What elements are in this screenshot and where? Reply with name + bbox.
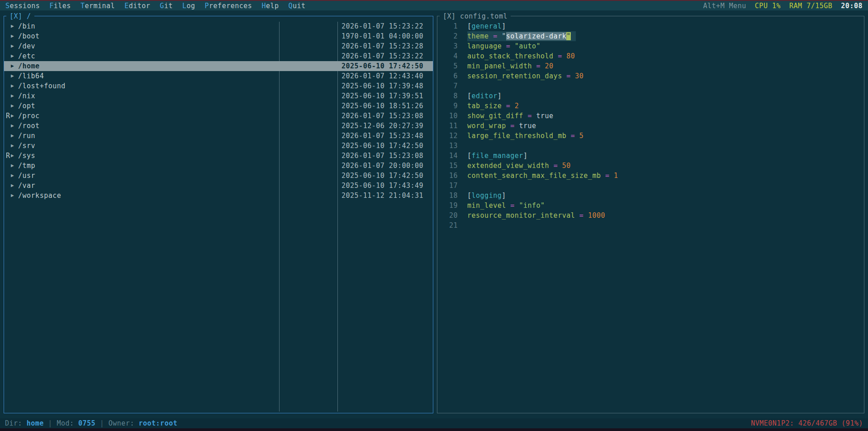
code-token: true — [519, 122, 536, 130]
menu-accel-letter: T — [81, 2, 85, 10]
expand-arrow-icon[interactable]: ▶ — [11, 21, 18, 31]
code-text: language = "auto" — [467, 41, 541, 51]
editor-line[interactable]: 1[general] — [437, 21, 864, 31]
editor-line[interactable]: 15extended_view_width = 50 — [437, 161, 864, 171]
editor-line[interactable]: 14[file_manager] — [437, 151, 864, 161]
code-token — [506, 122, 511, 130]
code-token — [510, 42, 515, 50]
expand-arrow-icon[interactable]: ▶ — [11, 141, 18, 151]
dir-name: /root — [18, 121, 342, 131]
menu-accel-letter: L — [182, 2, 187, 10]
dir-name: /boot — [18, 31, 342, 41]
modified-time: 2025-06-10 17:39:51 — [342, 91, 433, 101]
code-token: 1 — [614, 172, 618, 180]
expand-arrow-icon[interactable]: ▶ — [11, 171, 18, 181]
editor-line[interactable]: 21 — [437, 220, 864, 230]
menu-item-help[interactable]: Help — [261, 2, 279, 10]
file-row[interactable]: ▶/run2026-01-07 15:23:48 — [4, 131, 433, 141]
dir-name: /usr — [18, 171, 342, 181]
code-token — [562, 72, 567, 80]
file-row[interactable]: ▶/root2025-12-06 20:27:39 — [4, 121, 433, 131]
modified-time: 2025-11-12 21:04:31 — [342, 191, 433, 201]
menu-item-preferences[interactable]: Preferences — [205, 2, 252, 10]
line-number: 3 — [437, 41, 458, 51]
expand-arrow-icon[interactable]: ▶ — [11, 161, 18, 171]
menu-item-sessions[interactable]: Sessions — [5, 2, 40, 10]
file-row[interactable]: ▶/boot1970-01-01 04:00:00 — [4, 31, 433, 41]
code-token: = — [536, 62, 541, 70]
code-token: = — [558, 52, 562, 60]
expand-arrow-icon[interactable]: ▶ — [11, 111, 18, 121]
editor-line[interactable]: 17 — [437, 181, 864, 191]
code-token: 5 — [579, 132, 584, 140]
file-row[interactable]: ▶/workspace2025-11-12 21:04:31 — [4, 191, 433, 201]
file-row[interactable]: ▶/bin2026-01-07 15:23:22 — [4, 21, 433, 31]
bottom-edge-strip — [0, 428, 868, 431]
expand-arrow-icon[interactable]: ▶ — [11, 181, 18, 191]
file-row[interactable]: ▶/nix2025-06-10 17:39:51 — [4, 91, 433, 101]
menu-item-git[interactable]: Git — [160, 2, 173, 10]
editor-line[interactable]: 11word_wrap = true — [437, 121, 864, 131]
expand-arrow-icon[interactable]: ▶ — [11, 71, 18, 81]
readonly-flag — [6, 41, 11, 51]
editor-line[interactable]: 20resource_monitor_interval = 1000 — [437, 211, 864, 220]
expand-arrow-icon[interactable]: ▶ — [11, 191, 18, 201]
file-row[interactable]: ▶/var2025-06-10 17:43:49 — [4, 181, 433, 191]
editor-line[interactable]: 2theme = "solarized-dark" — [437, 31, 864, 41]
menu-item-log[interactable]: Log — [182, 2, 195, 10]
file-row[interactable]: ▶/etc2026-01-07 15:23:22 — [4, 51, 433, 61]
editor-line[interactable]: 6session_retention_days = 30 — [437, 71, 864, 81]
code-text: large_file_threshold_mb = 5 — [467, 131, 583, 141]
editor-line[interactable]: 12large_file_threshold_mb = 5 — [437, 131, 864, 141]
file-row[interactable]: ▶/home2025-06-10 17:42:50 — [4, 61, 433, 71]
file-row[interactable]: R▶/proc2026-01-07 15:23:08 — [4, 111, 433, 121]
expand-arrow-icon[interactable]: ▶ — [11, 61, 18, 71]
status-value: root:root — [138, 418, 177, 428]
editor-line[interactable]: 19min_level = "info" — [437, 201, 864, 211]
status-label: Mod: — [57, 418, 78, 428]
expand-arrow-icon[interactable]: ▶ — [11, 151, 18, 161]
file-row[interactable]: ▶/dev2026-01-07 15:23:28 — [4, 41, 433, 51]
expand-arrow-icon[interactable]: ▶ — [11, 131, 18, 141]
editor-line[interactable]: 3language = "auto" — [437, 41, 864, 51]
menu-item-editor[interactable]: Editor — [124, 2, 150, 10]
editor-line[interactable]: 8[editor] — [437, 91, 864, 101]
line-number: 9 — [437, 101, 458, 111]
editor-line[interactable]: 7 — [437, 81, 864, 91]
line-number: 13 — [437, 141, 458, 151]
menu-item-quit[interactable]: Quit — [289, 2, 306, 10]
line-number: 19 — [437, 201, 458, 211]
editor-line[interactable]: 18[logging] — [437, 191, 864, 201]
readonly-flag — [6, 61, 11, 71]
line-number: 15 — [437, 161, 458, 171]
readonly-flag — [6, 141, 11, 151]
editor-line[interactable]: 9tab_size = 2 — [437, 101, 864, 111]
editor-line[interactable]: 13 — [437, 141, 864, 151]
editor-line[interactable]: 4auto_stack_threshold = 80 — [437, 51, 864, 61]
menu-item-terminal[interactable]: Terminal — [81, 2, 115, 10]
file-row[interactable]: ▶/tmp2026-01-07 20:00:00 — [4, 161, 433, 171]
code-token — [562, 52, 567, 60]
expand-arrow-icon[interactable]: ▶ — [11, 101, 18, 111]
editor-line[interactable]: 10show_git_diff = true — [437, 111, 864, 121]
expand-arrow-icon[interactable]: ▶ — [11, 51, 18, 61]
expand-arrow-icon[interactable]: ▶ — [11, 81, 18, 91]
expand-arrow-icon[interactable]: ▶ — [11, 121, 18, 131]
line-number: 4 — [437, 51, 458, 61]
modified-time: 2025-06-10 17:42:50 — [342, 141, 433, 151]
file-row[interactable]: ▶/opt2025-06-10 18:51:26 — [4, 101, 433, 111]
status-label: Owner: — [109, 418, 139, 428]
expand-arrow-icon[interactable]: ▶ — [11, 41, 18, 51]
editor-line[interactable]: 16content_search_max_file_size_mb = 1 — [437, 171, 864, 181]
file-row[interactable]: ▶/lib642026-01-07 12:43:40 — [4, 71, 433, 81]
file-row[interactable]: ▶/usr2025-06-10 17:42:50 — [4, 171, 433, 181]
cursor-block: " — [566, 32, 571, 40]
file-row[interactable]: ▶/srv2025-06-10 17:42:50 — [4, 141, 433, 151]
editor-line[interactable]: 5min_panel_width = 20 — [437, 61, 864, 71]
expand-arrow-icon[interactable]: ▶ — [11, 31, 18, 41]
menu-item-files[interactable]: Files — [49, 2, 71, 10]
expand-arrow-icon[interactable]: ▶ — [11, 91, 18, 101]
file-row[interactable]: ▶/lost+found2025-06-10 17:39:48 — [4, 81, 433, 91]
file-row[interactable]: R▶/sys2026-01-07 15:23:08 — [4, 151, 433, 161]
disk-usage: NVME0N1P2: 426/467GB (91%) — [751, 418, 863, 428]
